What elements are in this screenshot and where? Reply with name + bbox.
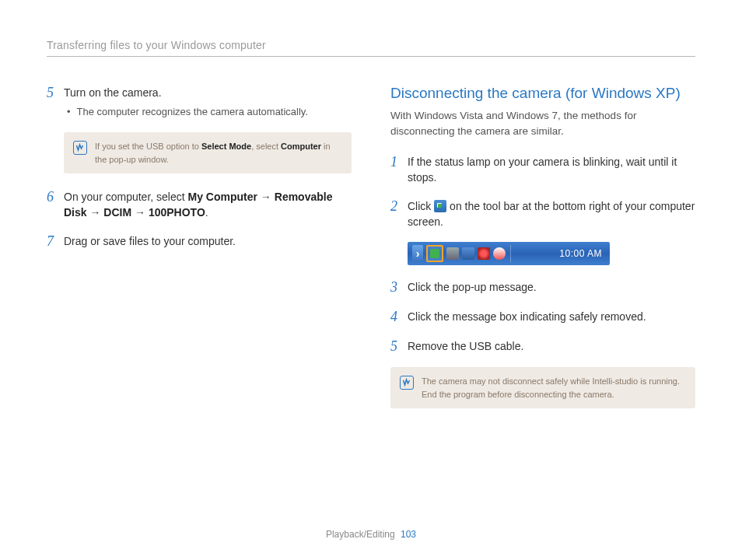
b: My Computer (188, 191, 257, 203)
step-6: 6 On your computer, select My Computer →… (47, 189, 352, 221)
step-7: 7 Drag or save files to your computer. (47, 233, 352, 250)
step-body: If the status lamp on your camera is bli… (408, 154, 695, 186)
note-icon (400, 376, 414, 390)
step-number: 4 (390, 309, 408, 326)
section-intro: With Windows Vista and Windows 7, the me… (390, 108, 695, 138)
safely-remove-highlighted-icon (426, 245, 443, 262)
t: Click (408, 200, 434, 212)
step-r2: 2 Click on the tool bar at the bottom ri… (390, 198, 695, 230)
t: → (131, 206, 149, 219)
step-bullet: The computer recognizes the camera autom… (64, 105, 352, 120)
windows-taskbar-screenshot: 10:00 AM (408, 242, 610, 265)
footer-section: Playback/Editing (326, 529, 395, 540)
step-text: Click the message box indicating safely … (408, 310, 646, 323)
step-r5: 5 Remove the USB cable. (390, 338, 695, 355)
page-container: Transferring files to your Windows compu… (0, 0, 742, 560)
step-number: 2 (390, 198, 408, 230)
step-text: Click the pop-up message. (408, 281, 537, 293)
t: On your computer, select (64, 191, 188, 203)
note-icon (73, 141, 87, 155)
step-r1: 1 If the status lamp on your camera is b… (390, 154, 695, 186)
step-body: Remove the USB cable. (408, 338, 695, 355)
step-number: 5 (390, 338, 408, 355)
note-box-disconnect: The camera may not disconnect safely whi… (390, 367, 695, 408)
note-bold-2: Computer (281, 142, 321, 151)
t: . (205, 206, 208, 219)
step-text: Drag or save files to your computer. (64, 235, 236, 247)
step-number: 3 (390, 279, 408, 296)
step-number: 5 (47, 85, 64, 120)
right-column: Disconnecting the camera (for Windows XP… (390, 85, 695, 424)
tray-volume-icon (478, 247, 490, 260)
step-body: On your computer, select My Computer → R… (64, 189, 352, 221)
taskbar-separator (510, 245, 511, 262)
t: → (87, 206, 104, 219)
step-text: Turn on the camera. (64, 86, 162, 99)
taskbar-clock: 10:00 AM (559, 248, 605, 259)
page-footer: Playback/Editing 103 (0, 529, 742, 540)
step-body: Click the pop-up message. (408, 279, 695, 296)
note-text: The camera may not disconnect safely whi… (422, 375, 686, 401)
left-column: 5 Turn on the camera. The computer recog… (47, 85, 352, 424)
step-body: Drag or save files to your computer. (64, 233, 352, 250)
step-5: 5 Turn on the camera. The computer recog… (47, 85, 352, 120)
note-text: If you set the USB option to Select Mode… (95, 140, 342, 166)
section-heading: Disconnecting the camera (for Windows XP… (390, 85, 695, 102)
page-header-title: Transferring files to your Windows compu… (47, 39, 695, 57)
t: → (257, 191, 275, 203)
b: 100PHOTO (149, 206, 205, 219)
note-box-usb: If you set the USB option to Select Mode… (64, 132, 352, 173)
content-columns: 5 Turn on the camera. The computer recog… (47, 85, 695, 424)
step-number: 7 (47, 233, 64, 250)
footer-page-number: 103 (401, 529, 416, 540)
safely-remove-icon (434, 200, 446, 212)
step-r4: 4 Click the message box indicating safel… (390, 309, 695, 326)
step-text: If the status lamp on your camera is bli… (408, 156, 677, 184)
step-number: 6 (47, 189, 64, 221)
step-text: Remove the USB cable. (408, 340, 523, 352)
step-body: Click on the tool bar at the bottom righ… (408, 198, 695, 230)
note-pre: If you set the USB option to (95, 142, 201, 151)
taskbar-expand-icon (412, 245, 423, 262)
bullet-text: The computer recognizes the camera autom… (77, 105, 308, 120)
tray-icon (446, 247, 459, 260)
tray-icon (493, 247, 506, 260)
step-number: 1 (390, 154, 408, 186)
t: on the tool bar at the bottom right of y… (408, 200, 695, 228)
step-body: Turn on the camera. The computer recogni… (64, 85, 352, 120)
note-mid: , select (251, 142, 281, 151)
step-r3: 3 Click the pop-up message. (390, 279, 695, 296)
note-bold-1: Select Mode (201, 142, 251, 151)
step-body: Click the message box indicating safely … (408, 309, 695, 326)
tray-icon (462, 247, 474, 260)
b: DCIM (103, 206, 131, 219)
